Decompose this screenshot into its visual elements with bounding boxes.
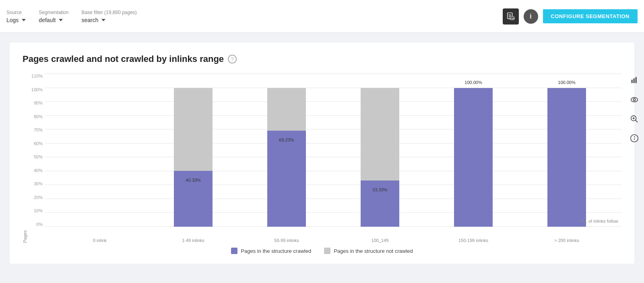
- legend-not-crawled: Pages in the structure not crawled: [324, 248, 413, 254]
- chart-title-row: Pages crawled and not crawled by inlinks…: [23, 54, 621, 64]
- y-label-10: 10%: [29, 209, 45, 213]
- source-label: Source: [6, 10, 26, 15]
- bar-bottom-200plus: [547, 88, 586, 227]
- legend-crawled-label: Pages in the structure crawled: [241, 248, 311, 254]
- y-label-30: 30%: [29, 182, 45, 186]
- chart-card: Pages crawled and not crawled by inlinks…: [10, 43, 634, 264]
- y-label-20: 20%: [29, 195, 45, 200]
- info-button[interactable]: i: [524, 9, 538, 24]
- svg-point-9: [631, 98, 638, 102]
- bar-top-50-99: [267, 88, 306, 131]
- base-filter-dropdown[interactable]: search: [81, 17, 136, 23]
- bar-stack-1-49: 40.33%: [174, 88, 213, 227]
- bar-stack-100-149: 33.33%: [361, 88, 399, 227]
- base-filter-arrow-icon: [101, 19, 105, 21]
- bar-label-150-199: 100.00%: [464, 80, 482, 85]
- legend-crawled-box: [231, 248, 237, 254]
- no-inlinks-label: No. of inlinks follow: [580, 219, 618, 224]
- main-content: Pages crawled and not crawled by inlinks…: [0, 33, 644, 273]
- segmentation-control: Segmentation default: [39, 10, 68, 23]
- segmentation-label: Segmentation: [39, 10, 68, 15]
- bars-container: 40.33%69.23%33.33%100.00%100.00%: [45, 74, 621, 227]
- base-filter-label: Base filter (19,860 pages): [81, 10, 136, 15]
- source-value: Logs: [6, 17, 19, 23]
- bar-label-200plus: 100.00%: [558, 80, 575, 85]
- base-filter-value: search: [81, 17, 98, 23]
- bar-label-50-99: 69.23%: [279, 137, 294, 142]
- pdf-export-button[interactable]: PDF: [503, 8, 519, 25]
- y-label-50: 50%: [29, 155, 45, 159]
- source-arrow-icon: [22, 19, 26, 21]
- x-label-200plus: > 200 inlinks: [543, 238, 591, 243]
- bar-group-200plus: 100.00%: [543, 74, 591, 227]
- x-label-0-inlink: 0 inlink: [76, 238, 124, 243]
- svg-rect-6: [632, 80, 633, 83]
- svg-text:PDF: PDF: [510, 17, 515, 20]
- bar-group-1-49: 40.33%: [169, 74, 217, 227]
- bar-chart-icon-button[interactable]: [628, 74, 641, 87]
- y-label-60: 60%: [29, 142, 45, 146]
- chart-inner: 0% 10% 20% 30% 40% 50% 60% 70% 80% 90% 1…: [29, 74, 621, 243]
- chart-help-button[interactable]: ?: [228, 55, 237, 64]
- y-label-0: 0%: [29, 222, 45, 227]
- x-label-50-99: 50-99 inlinks: [262, 238, 311, 243]
- y-label-80: 80%: [29, 115, 45, 119]
- x-label-100-149: 100_149: [356, 238, 404, 243]
- bar-bottom-150-199: [454, 88, 493, 227]
- segmentation-value: default: [39, 17, 56, 23]
- right-icons: [628, 74, 641, 145]
- bar-stack-200plus: 100.00%: [547, 88, 586, 227]
- info-icon-button[interactable]: [628, 132, 641, 145]
- svg-rect-8: [636, 77, 637, 83]
- legend-crawled: Pages in the structure crawled: [231, 248, 311, 254]
- chart-title: Pages crawled and not crawled by inlinks…: [23, 54, 224, 64]
- svg-line-12: [636, 120, 638, 123]
- y-axis-labels: 0% 10% 20% 30% 40% 50% 60% 70% 80% 90% 1…: [29, 74, 45, 227]
- configure-segmentation-button[interactable]: CONFIGURE SEGMENTATION: [543, 9, 638, 23]
- bar-group-150-199: 100.00%: [449, 74, 497, 227]
- bar-label-100-149: 33.33%: [372, 187, 387, 192]
- segmentation-dropdown[interactable]: default: [39, 17, 68, 23]
- y-label-100: 100%: [29, 88, 45, 92]
- x-label-1-49: 1-49 inlinks: [169, 238, 217, 243]
- top-bar: Source Logs Segmentation default Base fi…: [0, 0, 644, 33]
- y-axis-label: Pages: [23, 74, 27, 243]
- chart-legend: Pages in the structure crawled Pages in …: [23, 248, 621, 254]
- y-label-110: 110%: [29, 74, 45, 78]
- y-label-90: 90%: [29, 101, 45, 105]
- bar-label-1-49: 40.33%: [186, 178, 200, 183]
- source-control: Source Logs: [6, 10, 26, 23]
- chart-area: Pages 0% 10% 20% 30% 40% 50% 60% 70% 80%…: [23, 74, 621, 243]
- bar-bottom-50-99: [267, 131, 306, 227]
- bar-stack-50-99: 69.23%: [267, 88, 306, 227]
- svg-rect-7: [634, 78, 635, 83]
- eye-icon-button[interactable]: [628, 93, 641, 106]
- top-bar-right: PDF i CONFIGURE SEGMENTATION: [503, 8, 638, 25]
- x-axis-labels: 0 inlink1-49 inlinks50-99 inlinks100_149…: [45, 227, 621, 243]
- zoom-in-icon-button[interactable]: [628, 113, 641, 125]
- segmentation-arrow-icon: [59, 19, 63, 21]
- bar-group-0-inlink: [76, 74, 124, 227]
- source-dropdown[interactable]: Logs: [6, 17, 26, 23]
- x-label-150-199: 150-199 inlinks: [449, 238, 497, 243]
- info-icon: i: [530, 13, 531, 20]
- bar-stack-150-199: 100.00%: [454, 88, 493, 227]
- legend-not-crawled-box: [324, 248, 330, 254]
- svg-point-10: [633, 98, 636, 101]
- y-label-70: 70%: [29, 128, 45, 132]
- bar-top-1-49: [174, 88, 213, 171]
- bar-group-50-99: 69.23%: [262, 74, 311, 227]
- base-filter-control: Base filter (19,860 pages) search: [81, 10, 136, 23]
- legend-not-crawled-label: Pages in the structure not crawled: [334, 248, 413, 254]
- bar-top-100-149: [361, 88, 399, 180]
- bar-group-100-149: 33.33%: [356, 74, 404, 227]
- y-label-40: 40%: [29, 168, 45, 173]
